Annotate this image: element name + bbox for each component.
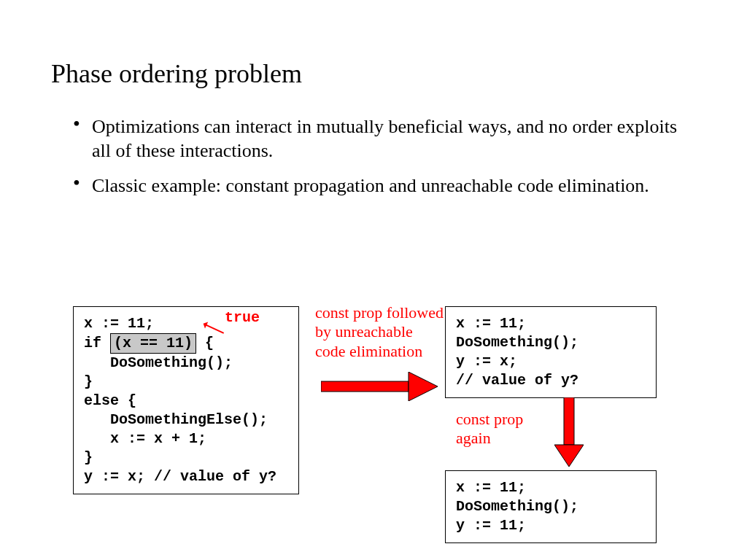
highlighted-condition: (x == 11) — [110, 333, 196, 354]
bullet-item: Classic example: constant propagation an… — [73, 174, 696, 198]
code-box-after-step1: x := 11; DoSomething(); y := x; // value… — [445, 306, 657, 398]
slide-title: Phase ordering problem — [51, 58, 696, 89]
code-line: } — [84, 449, 93, 466]
code-line: y := x; — [456, 353, 517, 370]
code-line: y := 11; — [456, 517, 526, 534]
code-line: x := 11; — [456, 479, 526, 496]
code-line: DoSomething(); — [456, 334, 578, 351]
code-line: DoSomething(); — [456, 498, 578, 515]
code-line: if (x == 11) { — [84, 335, 214, 351]
code-line: else { — [84, 392, 136, 409]
bullet-list: Optimizations can interact in mutually b… — [51, 115, 696, 198]
code-line: DoSomething(); — [84, 354, 233, 371]
arrow-right-icon — [321, 372, 438, 401]
code-line: DoSomethingElse(); — [84, 411, 268, 428]
code-box-original: x := 11; if (x == 11) { DoSomething(); }… — [73, 306, 299, 494]
code-line: x := x + 1; — [84, 430, 206, 447]
bullet-item: Optimizations can interact in mutually b… — [73, 115, 696, 163]
svg-marker-1 — [409, 372, 438, 401]
slide: Phase ordering problem Optimizations can… — [0, 0, 747, 560]
svg-rect-0 — [321, 381, 409, 392]
true-annotation: true — [225, 309, 260, 327]
arrow-down-icon — [554, 397, 584, 467]
code-box-after-step2: x := 11; DoSomething(); y := 11; — [445, 470, 657, 543]
code-line: } — [84, 373, 93, 390]
svg-marker-3 — [554, 445, 584, 467]
step1-annotation: const prop followed by unreachable code … — [315, 303, 446, 361]
svg-rect-2 — [564, 397, 574, 445]
code-line: // value of y? — [456, 372, 578, 389]
code-line: y := x; // value of y? — [84, 468, 276, 485]
step2-annotation: const prop again — [456, 410, 543, 448]
code-line: x := 11; — [84, 315, 154, 332]
code-line: x := 11; — [456, 315, 526, 332]
